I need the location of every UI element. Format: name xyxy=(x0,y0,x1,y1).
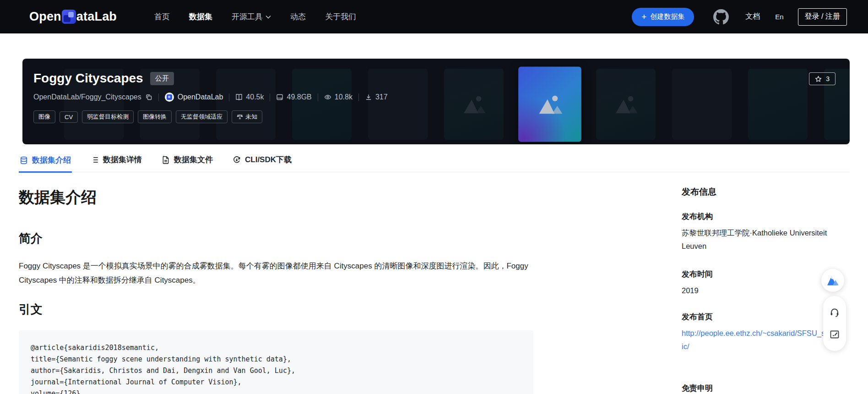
nav-news[interactable]: 动态 xyxy=(290,11,306,22)
opendatalab-logo[interactable]: Open ataLab xyxy=(29,10,117,24)
tag-domain[interactable]: CV xyxy=(60,111,78,123)
database-icon xyxy=(20,156,28,164)
stat-downloads: 317 xyxy=(365,93,388,101)
org-avatar xyxy=(165,93,174,102)
dataset-thumbnail[interactable] xyxy=(748,69,808,140)
nav-home[interactable]: 首页 xyxy=(154,11,170,22)
logo-text-open: Open xyxy=(29,10,61,24)
visibility-badge: 公开 xyxy=(150,72,174,85)
header-actions: + 创建数据集 文档 En 登录 / 注册 xyxy=(632,8,847,26)
tab-dataset-intro[interactable]: 数据集介绍 xyxy=(19,153,72,173)
nav-opensource-tools[interactable]: 开源工具 xyxy=(232,11,271,22)
download-icon xyxy=(365,93,372,101)
homepage-label: 发布首页 xyxy=(682,312,847,322)
citation-heading: 引文 xyxy=(19,301,533,317)
tag-task-2[interactable]: 图像转换 xyxy=(138,110,172,123)
chevron-down-icon xyxy=(266,15,271,19)
publisher-label: 发布机构 xyxy=(682,212,847,222)
support-headset-button[interactable] xyxy=(829,306,841,318)
publisher-org[interactable]: OpenDataLab xyxy=(165,93,223,102)
dataset-thumbnail[interactable] xyxy=(444,69,504,140)
page: Open ataLab 首页 数据集 开源工具 动态 关于我们 + 创建数据集 … xyxy=(0,0,868,394)
dataset-tags: 图像 CV 弱监督目标检测 图像转换 无监督领域适应 未知 xyxy=(33,110,388,123)
feedback-button[interactable] xyxy=(829,328,841,340)
divider xyxy=(229,93,229,101)
tag-task-1[interactable]: 弱监督目标检测 xyxy=(82,110,134,123)
nav-about[interactable]: 关于我们 xyxy=(325,11,356,22)
file-icon xyxy=(162,156,170,164)
publisher-value: 苏黎世联邦理工学院·Katholieke Universiteit Leuven xyxy=(682,226,847,253)
sync-download-icon xyxy=(233,156,241,164)
tag-task-3[interactable]: 无监督领域适应 xyxy=(176,110,228,123)
intro-paragraph: Foggy Cityscapes 是一个模拟真实场景中的雾的合成雾数据集。每个有… xyxy=(19,259,533,287)
image-placeholder-icon xyxy=(613,94,639,115)
stat-volume: 40.5k xyxy=(235,93,264,101)
star-button[interactable]: 3 xyxy=(809,72,835,85)
feedback-edit-icon xyxy=(829,329,840,340)
tab-dataset-files[interactable]: 数据集文件 xyxy=(161,153,214,172)
stat-size: 49.8GB xyxy=(276,93,311,101)
storage-icon xyxy=(276,93,283,101)
citation-code-block: @article{sakaridis2018semantic, title={S… xyxy=(19,330,533,394)
page-title: 数据集介绍 xyxy=(19,183,533,207)
dataset-title: Foggy Cityscapes xyxy=(33,71,143,86)
publish-info-sidebar: 发布信息 发布机构 苏黎世联邦理工学院·Katholieke Universit… xyxy=(682,186,847,394)
tab-dataset-details[interactable]: 数据集详情 xyxy=(90,153,143,172)
divider xyxy=(318,93,318,101)
publish-time-value: 2019 xyxy=(682,284,847,297)
github-icon[interactable] xyxy=(713,9,729,25)
homepage-link[interactable]: http://people.ee.ethz.ch/~csakarid/SFSU_… xyxy=(682,327,847,353)
create-dataset-button[interactable]: + 创建数据集 xyxy=(632,8,694,26)
tag-modality[interactable]: 图像 xyxy=(33,110,55,123)
mountain-logo-icon xyxy=(825,273,840,288)
image-placeholder-icon xyxy=(461,94,487,115)
intro-heading: 简介 xyxy=(19,230,533,246)
help-widget xyxy=(823,296,846,351)
disclaimer-label: 免责申明 xyxy=(682,383,847,394)
dataset-thumbnail[interactable] xyxy=(596,69,656,140)
main-nav: 首页 数据集 开源工具 动态 关于我们 xyxy=(154,11,356,22)
headset-icon xyxy=(829,307,840,318)
logo-text-rest: ataLab xyxy=(76,10,117,24)
repo-path[interactable]: OpenDataLab/Foggy_Cityscapes xyxy=(33,93,152,101)
dataset-meta-row: OpenDataLab/Foggy_Cityscapes OpenDataLab… xyxy=(33,93,388,102)
copy-icon[interactable] xyxy=(145,93,152,101)
opendatalab-float-button[interactable] xyxy=(821,269,844,292)
dataset-thumbnail[interactable] xyxy=(518,66,581,142)
dataset-intro-panel: 数据集介绍 简介 Foggy Cityscapes 是一个模拟真实场景中的雾的合… xyxy=(19,183,533,394)
license-scale-icon xyxy=(237,114,243,120)
top-navbar: Open ataLab 首页 数据集 开源工具 动态 关于我们 + 创建数据集 … xyxy=(0,0,868,33)
divider xyxy=(270,93,270,101)
language-toggle[interactable]: En xyxy=(775,13,783,21)
tab-cli-sdk-download[interactable]: CLI/SDK下载 xyxy=(232,153,293,172)
eye-icon xyxy=(324,93,331,101)
dataset-hero-card: Foggy Cityscapes 公开 OpenDataLab/Foggy_Ci… xyxy=(22,59,850,144)
hero-content: Foggy Cityscapes 公开 OpenDataLab/Foggy_Ci… xyxy=(33,71,388,123)
image-placeholder-icon xyxy=(536,93,564,115)
sidebar-title: 发布信息 xyxy=(682,186,847,198)
dataset-tabbar: 数据集介绍 数据集详情 数据集文件 CLI/SDK下载 xyxy=(19,153,850,172)
divider xyxy=(358,93,359,101)
dataset-thumbnail[interactable] xyxy=(672,69,732,140)
star-icon xyxy=(815,76,822,82)
login-register-button[interactable]: 登录 / 注册 xyxy=(798,8,847,26)
list-icon xyxy=(91,156,99,164)
tag-license[interactable]: 未知 xyxy=(232,110,262,123)
plus-icon: + xyxy=(641,12,646,21)
book-icon xyxy=(235,93,243,101)
docs-link[interactable]: 文档 xyxy=(745,12,760,22)
divider xyxy=(158,93,159,101)
stat-views: 10.8k xyxy=(324,93,353,101)
logo-cube-icon xyxy=(62,10,76,24)
nav-datasets[interactable]: 数据集 xyxy=(189,11,212,22)
